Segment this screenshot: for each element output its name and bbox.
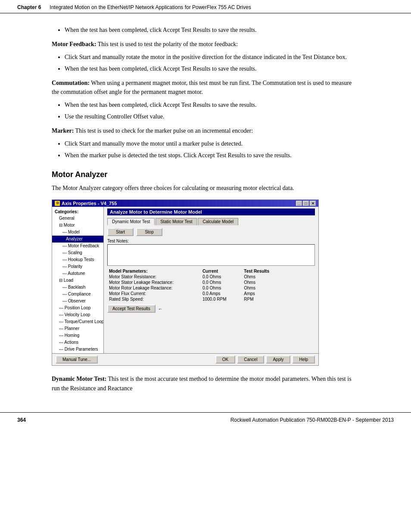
commutation-bullets: When the test has been completed, click … (65, 100, 359, 121)
tree-item-actions[interactable]: --- Actions (52, 339, 103, 346)
param-name-3: Motor Flux Current: (107, 291, 201, 296)
main-panel: Analyze Motor to Determine Motor Model D… (104, 207, 318, 353)
header-title: Integrated Motion on the EtherNet/IP Net… (50, 4, 251, 10)
test-notes-textarea[interactable] (107, 244, 315, 266)
window-body: Categories: General ⊟ Motor --- Model An… (52, 207, 318, 353)
parameters-table: Model Parameters: Current Test Results M… (107, 268, 315, 302)
accept-arrow-icon: ← (158, 306, 163, 311)
param-row-4: Rated Slip Speed: 1000.0 RPM RPM (107, 296, 315, 302)
motor-feedback-bullet-2: When the test has been completed, click … (65, 64, 359, 73)
tree-item-analyzer[interactable]: Analyzer (52, 236, 103, 243)
tree-item-polarity[interactable]: --- Polarity (52, 263, 103, 270)
main-content: When the test has been completed, click … (0, 13, 411, 405)
param-name-1: Motor Stator Leakage Reactance: (107, 280, 201, 285)
tree-item-torque-loop[interactable]: --- Torque/Current Loop (52, 318, 103, 325)
titlebar-left: ⚙ Axis Properties - V4_755 (55, 201, 117, 206)
param-name-4: Rated Slip Speed: (107, 296, 201, 302)
tree-item-backlash[interactable]: --- Backlash (52, 284, 103, 291)
motor-feedback-bullets: Click Start and manually rotate the moto… (65, 53, 359, 73)
marker-bullets: Click Start and manually move the motor … (65, 139, 359, 160)
commutation-bullet-1: When the test has been completed, click … (65, 100, 359, 109)
tab-calculate-model[interactable]: Calculate Model (198, 218, 238, 225)
intro-bullet-1: When the test has been completed, click … (65, 25, 359, 34)
param-name-2: Motor Rotor Leakage Reactance: (107, 285, 201, 291)
ok-button[interactable]: OK (215, 355, 235, 364)
window-titlebar: ⚙ Axis Properties - V4_755 _ □ ✕ (52, 200, 318, 207)
manual-tune-button[interactable]: Manual Tune... (56, 355, 98, 364)
minimize-button[interactable]: _ (296, 201, 302, 206)
param-result-3: Amps (242, 291, 315, 296)
tree-item-motor-feedback[interactable]: --- Motor Feedback (52, 243, 103, 249)
tree-item-scaling[interactable]: --- Scaling (52, 249, 103, 256)
section-intro: The Motor Analyzer category offers three… (52, 184, 359, 193)
tree-item-planner[interactable]: --- Planner (52, 325, 103, 332)
stop-button[interactable]: Stop (136, 228, 162, 236)
screenshot-window: ⚙ Axis Properties - V4_755 _ □ ✕ Categor… (52, 199, 319, 366)
param-current-0: 0.0 Ohms (201, 274, 242, 280)
marker-heading: Marker: (52, 128, 74, 134)
accept-test-results-button[interactable]: Accept Test Results (107, 305, 156, 313)
tree-item-model[interactable]: --- Model (52, 229, 103, 236)
marker-bullet-2: When the marker pulse is detected the te… (65, 151, 359, 160)
param-current-3: 0.0 Amps (201, 291, 242, 296)
window-controls[interactable]: _ □ ✕ (296, 201, 316, 206)
param-row-1: Motor Stator Leakage Reactance: 0.0 Ohms… (107, 280, 315, 285)
commutation-bullet-2: Use the resulting Controller Offset valu… (65, 112, 359, 121)
current-col-header: Current (201, 268, 242, 274)
tree-item-velocity-loop[interactable]: --- Velocity Loop (52, 311, 103, 318)
categories-label: Categories: (52, 208, 103, 215)
marker-bullet-1: Click Start and manually move the motor … (65, 139, 359, 148)
start-button[interactable]: Start (107, 228, 134, 236)
param-result-2: Ohms (242, 285, 315, 291)
tree-item-observer[interactable]: --- Observer (52, 298, 103, 305)
param-current-1: 0.0 Ohms (201, 280, 242, 285)
tree-item-position-loop[interactable]: --- Position Loop (52, 305, 103, 311)
tree-item-drive-params[interactable]: --- Drive Parameters (52, 346, 103, 353)
param-current-2: 0.0 Ohms (201, 285, 242, 291)
param-result-1: Ohms (242, 280, 315, 285)
tree-item-param-list[interactable]: --- Parameter List (52, 353, 103, 353)
help-button[interactable]: Help (292, 355, 315, 364)
tree-item-compliance[interactable]: --- Compliance (52, 291, 103, 298)
dynamic-test-heading: Dynamic Motor Test: (52, 376, 106, 382)
marker-desc: This test is used to check for the marke… (75, 128, 253, 134)
section-title-bar: Analyze Motor to Determine Motor Model (107, 208, 315, 215)
tree-item-hookup-tests[interactable]: --- Hookup Tests (52, 256, 103, 263)
param-row-0: Motor Stator Resistance: 0.0 Ohms Ohms (107, 274, 315, 280)
close-button[interactable]: ✕ (310, 201, 316, 206)
tree-item-general[interactable]: General (52, 215, 103, 222)
param-current-4: 1000.0 RPM (201, 296, 242, 302)
footer-right: OK Cancel Apply Help (215, 355, 315, 364)
commutation-para: Commutation: When using a permanent magn… (52, 78, 359, 97)
chapter-label: Chapter 6 (17, 4, 41, 10)
window-footer: Manual Tune... OK Cancel Apply Help (52, 353, 318, 365)
param-col-header: Model Parameters: (107, 268, 201, 274)
marker-para: Marker: This test is used to check for t… (52, 126, 359, 136)
tab-static-motor-test[interactable]: Static Motor Test (156, 218, 197, 225)
commutation-desc: When using a permanent magnet motor, thi… (52, 80, 352, 96)
publication-info: Rockwell Automation Publication 750-RM00… (230, 417, 394, 423)
tree-item-homing[interactable]: --- Homing (52, 332, 103, 339)
intro-bullets: When the test has been completed, click … (65, 25, 359, 34)
test-notes-label: Test Notes: (107, 239, 315, 243)
motor-feedback-heading: Motor Feedback: (52, 41, 97, 47)
dynamic-test-para: Dynamic Motor Test: This test is the mos… (52, 374, 359, 393)
param-row-3: Motor Flux Current: 0.0 Amps Amps (107, 291, 315, 296)
cancel-button[interactable]: Cancel (237, 355, 264, 364)
motor-feedback-para: Motor Feedback: This test is used to tes… (52, 40, 359, 49)
page-header: Chapter 6 Integrated Motion on the Ether… (0, 0, 411, 13)
window-title: Axis Properties - V4_755 (62, 201, 117, 206)
tree-item-load[interactable]: ⊟ Load (52, 277, 103, 284)
apply-button[interactable]: Apply (266, 355, 290, 364)
tab-bar[interactable]: Dynamic Motor Test Static Motor Test Cal… (107, 218, 315, 225)
maximize-button[interactable]: □ (303, 201, 309, 206)
categories-panel: Categories: General ⊟ Motor --- Model An… (52, 207, 104, 353)
section-heading: Motor Analyzer (52, 170, 359, 179)
motor-feedback-bullet-1: Click Start and manually rotate the moto… (65, 53, 359, 62)
tree-item-motor[interactable]: ⊟ Motor (52, 222, 103, 229)
accept-row: Accept Test Results ← (107, 305, 315, 313)
tab-dynamic-motor-test[interactable]: Dynamic Motor Test (107, 218, 155, 225)
tree-item-autotune[interactable]: --- Autotune (52, 270, 103, 277)
param-name-0: Motor Stator Resistance: (107, 274, 201, 280)
window-icon: ⚙ (55, 201, 60, 206)
